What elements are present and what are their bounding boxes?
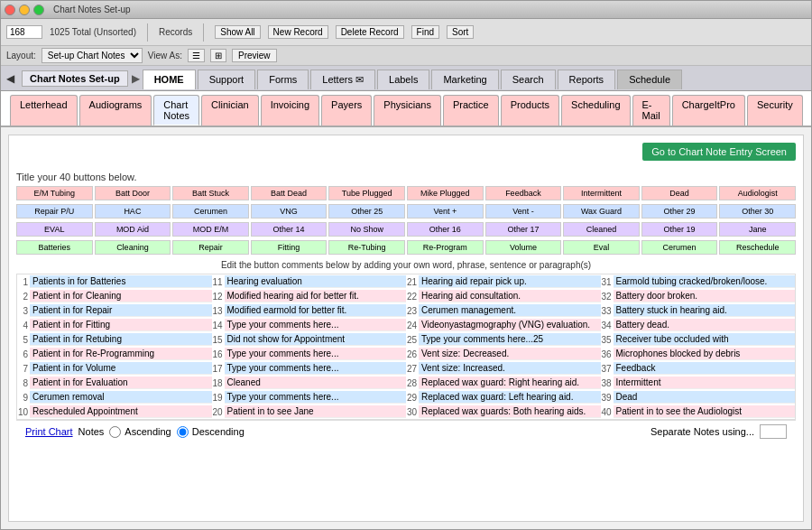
entry-text[interactable]: Replaced wax guard: Left hearing aid.: [419, 391, 601, 404]
ascending-radio-label[interactable]: Ascending: [109, 426, 171, 438]
entry-text[interactable]: Replaced wax guard: Right hearing aid.: [419, 377, 601, 389]
entry-text[interactable]: Modified hearing aid for better fit.: [225, 290, 407, 302]
entry-text[interactable]: Patient in for Fitting: [30, 319, 212, 331]
nav-tab-reports[interactable]: Reports: [558, 70, 616, 89]
minimize-btn[interactable]: [19, 5, 30, 15]
tab-payers[interactable]: Payers: [321, 95, 372, 126]
btn-audiologist[interactable]: Audiologist: [719, 186, 796, 200]
btn-dead[interactable]: Dead: [641, 186, 718, 200]
entry-text[interactable]: Replaced wax guards: Both hearing aids.: [419, 405, 601, 418]
entry-text[interactable]: Intermittent: [614, 377, 796, 389]
entry-text[interactable]: Receiver tube occluded with: [614, 333, 796, 346]
btn-mod-aid[interactable]: MOD Aid: [95, 222, 171, 237]
entry-text[interactable]: Hearing aid repair pick up.: [419, 275, 601, 288]
entry-text[interactable]: Patient in to see the Audiologist: [614, 405, 796, 418]
entry-text[interactable]: Vent size: Decreased.: [419, 348, 601, 360]
entry-text[interactable]: Modified earmold for better fit.: [225, 304, 407, 317]
tab-letterhead[interactable]: Letterhead: [10, 95, 78, 126]
nav-tab-forms[interactable]: Forms: [257, 70, 309, 89]
btn-other19[interactable]: Other 19: [641, 222, 718, 237]
nav-tab-letters[interactable]: Letters ✉: [310, 70, 375, 89]
entry-text[interactable]: Battery stuck in hearing aid.: [614, 304, 796, 317]
btn-vng[interactable]: VNG: [251, 204, 328, 219]
entry-text[interactable]: Patient in for Volume: [30, 362, 212, 375]
nav-tab-support[interactable]: Support: [198, 70, 256, 89]
maximize-btn[interactable]: [33, 5, 44, 15]
btn-hac[interactable]: HAC: [95, 204, 171, 219]
btn-batteries[interactable]: Batteries: [16, 240, 93, 255]
entry-text[interactable]: Cerumen removal: [30, 391, 212, 404]
btn-em-tubing[interactable]: E/M Tubing: [16, 186, 93, 200]
btn-mike-plugged[interactable]: Mike Plugged: [407, 186, 484, 200]
entry-text[interactable]: Battery door broken.: [614, 290, 796, 302]
entry-text[interactable]: Microphones blocked by debris: [614, 348, 796, 360]
nav-tab-search[interactable]: Search: [501, 70, 556, 89]
tab-audiograms[interactable]: Audiograms: [79, 95, 152, 126]
entry-text[interactable]: Videonyastagmography (VNG) evaluation.: [419, 319, 601, 331]
btn-repair[interactable]: Repair: [172, 240, 249, 255]
layout-select[interactable]: Set-up Chart Notes: [42, 48, 143, 63]
btn-cleaned[interactable]: Cleaned: [563, 222, 640, 237]
btn-feedback[interactable]: Feedback: [485, 186, 562, 200]
find-button[interactable]: Find: [411, 25, 439, 39]
sort-button[interactable]: Sort: [447, 25, 474, 39]
nav-back-arrow[interactable]: ◀: [1, 70, 20, 87]
btn-vent-plus[interactable]: Vent +: [407, 204, 484, 219]
btn-other25[interactable]: Other 25: [328, 204, 405, 219]
entry-text[interactable]: Patient in for Cleaning: [30, 290, 212, 302]
btn-no-show[interactable]: No Show: [328, 222, 405, 237]
btn-mod-em[interactable]: MOD E/M: [172, 222, 249, 237]
btn-cerumen[interactable]: Cerumen: [172, 204, 249, 219]
entry-text[interactable]: Dead: [614, 391, 796, 404]
entry-text[interactable]: Cerumen management.: [419, 304, 601, 317]
btn-volume[interactable]: Volume: [485, 240, 562, 255]
entry-text[interactable]: Did not show for Appointment: [225, 333, 407, 346]
nav-tab-marketing[interactable]: Marketing: [431, 70, 498, 89]
entry-text[interactable]: Vent size: Increased.: [419, 362, 601, 375]
entry-text[interactable]: Patient in for Evaluation: [30, 377, 212, 389]
btn-tube-plugged[interactable]: Tube Plugged: [328, 186, 405, 200]
btn-reprogram[interactable]: Re-Program: [407, 240, 484, 255]
entry-text[interactable]: Type your comments here...: [225, 319, 407, 331]
btn-other29[interactable]: Other 29: [641, 204, 718, 219]
entry-text[interactable]: Patient in for Repair: [30, 304, 212, 317]
btn-batt-stuck[interactable]: Batt Stuck: [172, 186, 249, 200]
entry-text[interactable]: Hearing aid consultation.: [419, 290, 601, 302]
tab-physicians[interactable]: Physicians: [374, 95, 441, 126]
tab-chart-notes[interactable]: Chart Notes: [153, 95, 199, 126]
entry-text[interactable]: Patient in for Retubing: [30, 333, 212, 346]
entry-text[interactable]: Hearing evaluation: [225, 275, 407, 288]
tab-products[interactable]: Products: [501, 95, 559, 126]
close-btn[interactable]: [5, 5, 15, 15]
btn-batt-dead[interactable]: Batt Dead: [251, 186, 328, 200]
entry-text[interactable]: Type your comments here...: [225, 348, 407, 360]
btn-other17[interactable]: Other 17: [485, 222, 562, 237]
descending-radio-label[interactable]: Descending: [177, 426, 245, 438]
entry-text[interactable]: Patients in for Batteries: [30, 275, 212, 288]
entry-text[interactable]: Type your comments here...: [225, 362, 407, 375]
btn-vent-minus[interactable]: Vent -: [485, 204, 562, 219]
separate-notes-input[interactable]: [760, 424, 787, 439]
tab-email[interactable]: E-Mail: [632, 95, 670, 126]
btn-other14[interactable]: Other 14: [251, 222, 328, 237]
nav-tab-schedule[interactable]: Schedule: [617, 70, 682, 89]
entry-text[interactable]: Rescheduled Appointment: [30, 405, 212, 418]
print-chart-link[interactable]: Print Chart: [25, 426, 73, 437]
entry-text[interactable]: Patient in for Re-Programming: [30, 348, 212, 360]
entry-text[interactable]: Earmold tubing cracked/broken/loose.: [614, 275, 796, 288]
btn-wax-guard[interactable]: Wax Guard: [563, 204, 640, 219]
new-record-button[interactable]: New Record: [268, 25, 328, 39]
tab-security[interactable]: Security: [747, 95, 803, 126]
btn-other30[interactable]: Other 30: [719, 204, 796, 219]
nav-tab-labels[interactable]: Labels: [377, 70, 429, 89]
entry-text[interactable]: Battery dead.: [614, 319, 796, 331]
btn-eval[interactable]: EVAL: [16, 222, 93, 237]
view-list-btn[interactable]: ☰: [188, 49, 205, 62]
tab-scheduling[interactable]: Scheduling: [561, 95, 630, 126]
btn-batt-door[interactable]: Batt Door: [95, 186, 171, 200]
preview-button[interactable]: Preview: [232, 49, 277, 62]
tab-clinician[interactable]: Clinician: [201, 95, 259, 126]
btn-cerumen2[interactable]: Cerumen: [641, 240, 718, 255]
btn-other16[interactable]: Other 16: [407, 222, 484, 237]
descending-radio[interactable]: [177, 426, 189, 438]
